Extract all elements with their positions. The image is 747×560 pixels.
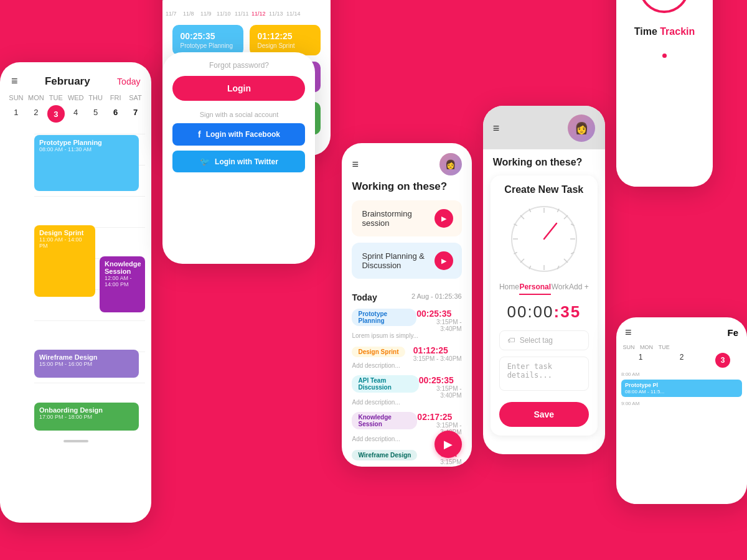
forgot-password-text: Forgot password? <box>162 52 315 76</box>
tt-icon-area: Time Trackin <box>616 0 713 47</box>
menu-icon[interactable]: ≡ <box>493 122 500 135</box>
event-label: Wireframe Design <box>39 353 134 361</box>
partial-time-8: 8:00 AM <box>621 371 742 377</box>
record-indicator <box>616 47 713 64</box>
clock-circle <box>507 202 581 276</box>
date-5[interactable]: 5 <box>86 105 106 123</box>
event-design-sprint[interactable]: Design Sprint 11:00 AM - 14:00 PM <box>34 225 95 297</box>
tag-api: API Team Discussion <box>352 375 418 393</box>
svg-text:11/14: 11/14 <box>286 11 301 17</box>
block-label: Design Sprint <box>257 42 313 49</box>
menu-icon[interactable]: ≡ <box>625 326 632 339</box>
tag-knowledge: Knowledge Session <box>352 412 417 429</box>
nav-add[interactable]: Add + <box>569 282 589 295</box>
cal-partial-header: ≡ Fe <box>616 317 747 344</box>
task-sprint: Sprint Planning & Discussion ▶ <box>352 243 461 279</box>
nav-home[interactable]: Home <box>499 282 519 295</box>
event-time: 12:00 AM - 14:00 PM <box>105 275 140 287</box>
svg-point-35 <box>641 0 688 12</box>
svg-text:11/12: 11/12 <box>251 11 266 17</box>
social-label: Sign with a social account <box>162 111 315 118</box>
nav-work[interactable]: Work <box>552 282 569 295</box>
calendar-dates: 1 2 3 4 5 6 7 <box>0 105 151 123</box>
time-range: 3:15PM <box>440 459 461 465</box>
svg-text:11/8: 11/8 <box>183 11 194 17</box>
facebook-icon: f <box>198 129 201 139</box>
nav-personal[interactable]: Personal <box>519 282 551 295</box>
user-avatar: 👩 <box>568 114 595 142</box>
time-range: 3:15PM - 3:40PM <box>416 319 461 332</box>
calendar-month: February <box>45 75 90 88</box>
home-indicator <box>0 434 151 447</box>
event-time: 15:00 PM - 16:00 PM <box>39 361 134 367</box>
tag-prototype: Prototype Planning <box>352 309 416 326</box>
event-label: Prototype Planning <box>39 139 134 146</box>
svg-text:11/7: 11/7 <box>166 11 177 17</box>
desc: Add description... <box>352 362 461 369</box>
block-time: 00:25:35 <box>180 31 236 41</box>
clock-icon-container <box>636 0 692 19</box>
play-brainstorming-button[interactable]: ▶ <box>435 209 453 228</box>
event-wireframe[interactable]: Wireframe Design 15:00 PM - 16:00 PM <box>34 350 139 378</box>
calendar-card: ≡ February Today SUN MON TUE WED THU FRI… <box>0 62 151 523</box>
date-1[interactable]: 1 <box>6 105 26 123</box>
menu-icon[interactable]: ≡ <box>11 75 18 88</box>
today-button[interactable]: Today <box>117 77 140 86</box>
clock-icon-svg <box>636 0 692 16</box>
chart-area: 11/7 11/8 11/9 11/10 11/11 11/12 11/13 1… <box>162 0 331 19</box>
date-3-active[interactable]: 3 <box>47 105 65 123</box>
task-label: Sprint Planning & Discussion <box>362 251 434 270</box>
date-6[interactable]: 6 <box>106 105 126 123</box>
divider-14 <box>34 320 145 321</box>
facebook-login-button[interactable]: f Login with Facebook <box>172 123 305 146</box>
tag-placeholder: Select tag <box>520 336 553 345</box>
login-card: Forgot password? Login Sign with a socia… <box>162 52 315 264</box>
play-sprint-button[interactable]: ▶ <box>435 251 453 270</box>
time-val: 02:17:25 <box>417 412 461 422</box>
twitter-btn-label: Login with Twitter <box>215 157 278 166</box>
svg-text:11/11: 11/11 <box>235 11 249 17</box>
twitter-login-button[interactable]: 🐦 Login with Twitter <box>172 151 305 172</box>
partial-dates: 1 2 3 <box>616 353 747 368</box>
time-tracking-card: Time Trackin <box>616 0 713 187</box>
cal-partial-month: Fe <box>727 327 738 338</box>
tag-select-row[interactable]: 🏷 Select tag <box>499 330 589 350</box>
date-4[interactable]: 4 <box>66 105 86 123</box>
block-label: Prototype Planning <box>180 42 236 49</box>
menu-icon[interactable]: ≡ <box>352 158 359 171</box>
divider-10 <box>34 196 145 197</box>
svg-text:11/9: 11/9 <box>200 11 212 17</box>
timer-nav: Home Personal Work Add + <box>499 282 589 295</box>
calendar-timeline: 8:00 AM 9:00 AM 10:00 AM 11:00 AM 12:00 … <box>34 129 145 434</box>
partial-date-active[interactable]: 3 <box>715 353 730 368</box>
event-knowledge-session[interactable]: Knowledge Session 12:00 AM - 14:00 PM <box>100 256 145 312</box>
today-row-design: Design Sprint 01:12:253:15PM - 3:40PM Ad… <box>352 345 461 369</box>
working-card: ≡ 👩 Working on these? Brainstorming sess… <box>342 143 471 467</box>
today-row-api: API Team Discussion 00:25:353:15PM - 3:4… <box>352 375 461 406</box>
create-task-gray-header: ≡ 👩 <box>483 106 605 149</box>
divider-16 <box>34 383 145 383</box>
block-time: 01:12:25 <box>257 31 313 41</box>
time-tracking-label: Time Trackin <box>634 26 695 37</box>
twitter-icon: 🐦 <box>200 157 210 166</box>
date-7[interactable]: 7 <box>126 105 146 123</box>
user-avatar: 👩 <box>439 153 462 175</box>
time-range: 3:15PM - 3:40PM <box>419 385 462 399</box>
calendar-partial-card: ≡ Fe SUN MON TUE 1 2 3 8:00 AM Prototype… <box>616 317 747 504</box>
event-onboarding[interactable]: Onbaording Design 17:00 PM - 18:00 PM <box>34 403 139 431</box>
task-details-input[interactable]: Enter task details... <box>499 357 589 391</box>
today-header: Today 2 Aug - 01:25:36 <box>352 292 461 302</box>
svg-text:11/10: 11/10 <box>217 11 231 17</box>
time-range: 3:15PM - 3:40PM <box>413 355 462 362</box>
save-task-button[interactable]: Save <box>499 402 589 427</box>
today-label: Today <box>352 292 377 302</box>
event-prototype-planning[interactable]: Prototype Planning 08:00 AM - 11:30 AM <box>34 135 139 191</box>
login-button[interactable]: Login <box>172 76 305 101</box>
date-2[interactable]: 2 <box>26 105 46 123</box>
time-val: 00:25:35 <box>416 309 461 319</box>
right-column: Time Trackin ≡ Fe SUN MON TUE 1 2 3 8:00… <box>616 12 747 504</box>
time-val: 00:25:35 <box>419 375 462 385</box>
facebook-btn-label: Login with Facebook <box>206 130 280 139</box>
working-header: ≡ 👩 <box>342 143 471 180</box>
float-play-button[interactable]: ▶ <box>435 431 462 458</box>
